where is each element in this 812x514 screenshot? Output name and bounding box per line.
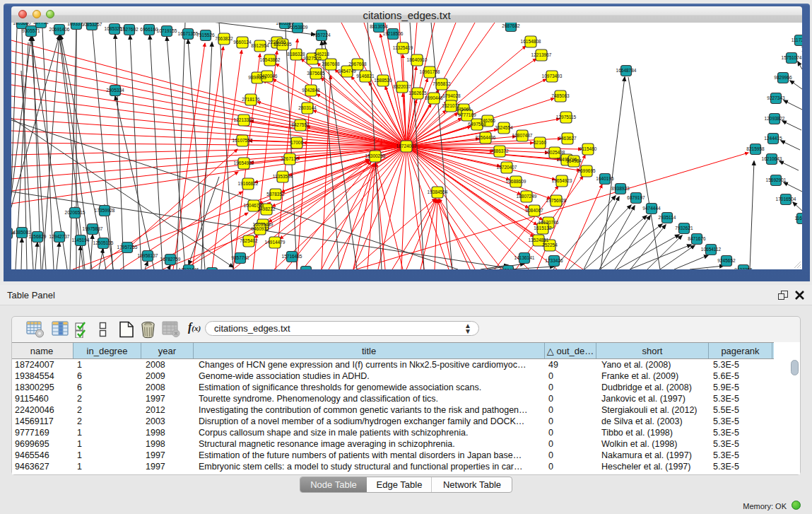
svg-text:8215958: 8215958 bbox=[746, 146, 765, 151]
svg-text:9127355: 9127355 bbox=[734, 267, 753, 269]
svg-text:19756928: 19756928 bbox=[546, 198, 567, 203]
svg-text:12213967: 12213967 bbox=[531, 52, 552, 57]
svg-text:6794028: 6794028 bbox=[442, 93, 461, 98]
svg-text:7886372: 7886372 bbox=[490, 148, 509, 153]
svg-text:8322605: 8322605 bbox=[273, 42, 292, 47]
svg-text:18807249: 18807249 bbox=[517, 194, 537, 199]
svg-text:7515526: 7515526 bbox=[196, 33, 215, 37]
svg-text:12093822: 12093822 bbox=[765, 116, 785, 121]
svg-text:9660124: 9660124 bbox=[233, 40, 252, 45]
svg-text:12942737: 12942737 bbox=[49, 234, 70, 239]
svg-text:9474444: 9474444 bbox=[642, 206, 661, 211]
svg-text:19384554: 19384554 bbox=[428, 189, 448, 194]
svg-text:7932621: 7932621 bbox=[675, 226, 693, 230]
svg-text:9463627: 9463627 bbox=[558, 136, 577, 141]
svg-text:8471676: 8471676 bbox=[688, 236, 706, 241]
svg-text:7357224: 7357224 bbox=[312, 33, 331, 37]
svg-text:15720407: 15720407 bbox=[497, 165, 517, 170]
svg-text:3498222: 3498222 bbox=[257, 206, 276, 211]
svg-text:6966160: 6966160 bbox=[140, 27, 158, 32]
svg-text:10961758: 10961758 bbox=[420, 69, 440, 74]
svg-text:8912954: 8912954 bbox=[251, 43, 269, 48]
svg-text:1145194: 1145194 bbox=[72, 238, 90, 243]
svg-text:9242848: 9242848 bbox=[302, 88, 320, 93]
svg-text:19218506: 19218506 bbox=[383, 31, 404, 36]
svg-text:2935114: 2935114 bbox=[659, 215, 676, 220]
svg-text:9699695: 9699695 bbox=[577, 168, 596, 173]
svg-text:1156829: 1156829 bbox=[29, 234, 47, 239]
svg-text:6879197: 6879197 bbox=[627, 195, 645, 200]
svg-text:8126416: 8126416 bbox=[499, 268, 517, 269]
svg-text:5878352: 5878352 bbox=[266, 192, 285, 197]
svg-text:10688609: 10688609 bbox=[506, 179, 526, 184]
svg-text:17957255: 17957255 bbox=[117, 245, 138, 250]
svg-text:7625402: 7625402 bbox=[240, 238, 258, 243]
svg-text:16120746: 16120746 bbox=[539, 220, 559, 225]
svg-text:2718176: 2718176 bbox=[242, 97, 260, 102]
svg-text:746266: 746266 bbox=[480, 118, 495, 123]
svg-text:16053809: 16053809 bbox=[288, 25, 308, 30]
svg-text:10853257: 10853257 bbox=[82, 23, 102, 27]
svg-text:10807487: 10807487 bbox=[512, 133, 533, 138]
svg-text:8990448: 8990448 bbox=[425, 95, 443, 100]
svg-text:17006: 17006 bbox=[290, 140, 303, 145]
svg-text:17359928: 17359928 bbox=[95, 208, 115, 213]
svg-text:2867608: 2867608 bbox=[322, 62, 340, 66]
svg-text:1733426: 1733426 bbox=[545, 258, 563, 263]
svg-text:1244415: 1244415 bbox=[764, 136, 782, 141]
svg-text:3875685: 3875685 bbox=[307, 71, 325, 76]
svg-text:16782759: 16782759 bbox=[160, 257, 181, 262]
svg-text:10719155: 10719155 bbox=[157, 28, 177, 33]
svg-text:12505135: 12505135 bbox=[93, 240, 114, 245]
svg-text:18640910: 18640910 bbox=[407, 57, 428, 62]
svg-text:546218: 546218 bbox=[314, 52, 329, 57]
svg-text:10654112: 10654112 bbox=[701, 247, 722, 252]
svg-text:10973493: 10973493 bbox=[542, 74, 563, 78]
svg-text:9245652: 9245652 bbox=[717, 258, 736, 263]
svg-text:2803144: 2803144 bbox=[298, 105, 317, 110]
svg-text:13524851: 13524851 bbox=[529, 238, 549, 243]
svg-text:7663822: 7663822 bbox=[215, 36, 233, 41]
svg-text:9305571: 9305571 bbox=[22, 28, 40, 33]
svg-text:3267130: 3267130 bbox=[281, 156, 299, 161]
svg-text:252254: 252254 bbox=[542, 243, 558, 247]
svg-text:14136141: 14136141 bbox=[514, 255, 535, 260]
svg-text:10107552: 10107552 bbox=[233, 138, 253, 143]
svg-text:22420046: 22420046 bbox=[257, 74, 278, 78]
svg-text:12975115: 12975115 bbox=[556, 115, 577, 119]
svg-text:19654923: 19654923 bbox=[552, 178, 572, 183]
svg-text:964984: 964984 bbox=[566, 158, 582, 163]
svg-text:8813054: 8813054 bbox=[370, 24, 388, 29]
svg-text:10958137: 10958137 bbox=[138, 253, 158, 258]
svg-text:2687682: 2687682 bbox=[502, 23, 520, 28]
svg-text:20206515: 20206515 bbox=[65, 210, 86, 215]
svg-text:3624554: 3624554 bbox=[495, 125, 513, 130]
svg-text:7955812: 7955812 bbox=[433, 81, 451, 86]
svg-text:15716485: 15716485 bbox=[282, 254, 302, 259]
svg-text:9460932: 9460932 bbox=[251, 226, 269, 231]
svg-text:17016504: 17016504 bbox=[776, 197, 796, 201]
svg-text:16648784: 16648784 bbox=[616, 68, 637, 73]
svg-text:16154808: 16154808 bbox=[521, 39, 541, 44]
svg-text:62160: 62160 bbox=[534, 140, 546, 145]
svg-text:16210643: 16210643 bbox=[762, 156, 782, 161]
svg-text:14914479: 14914479 bbox=[265, 240, 286, 245]
svg-text:9327505: 9327505 bbox=[303, 56, 322, 61]
svg-text:1615132: 1615132 bbox=[534, 226, 552, 230]
svg-text:18724007: 18724007 bbox=[396, 144, 417, 148]
svg-text:1527602: 1527602 bbox=[120, 27, 139, 32]
svg-text:7485063: 7485063 bbox=[551, 93, 570, 98]
svg-text:845061: 845061 bbox=[456, 107, 471, 112]
svg-text:2967608: 2967608 bbox=[348, 62, 367, 66]
svg-text:21564436: 21564436 bbox=[476, 135, 496, 140]
svg-text:9777169: 9777169 bbox=[458, 112, 476, 117]
svg-text:8938923: 8938923 bbox=[611, 186, 630, 191]
svg-text:8186328: 8186328 bbox=[287, 52, 305, 57]
svg-text:20691406: 20691406 bbox=[49, 27, 70, 32]
svg-text:207731: 207731 bbox=[33, 23, 49, 25]
svg-text:2905334: 2905334 bbox=[106, 88, 124, 93]
svg-text:1003680: 1003680 bbox=[13, 23, 31, 25]
svg-text:116753: 116753 bbox=[794, 216, 802, 221]
svg-text:10025438: 10025438 bbox=[545, 150, 565, 155]
svg-text:18300295: 18300295 bbox=[365, 153, 386, 158]
